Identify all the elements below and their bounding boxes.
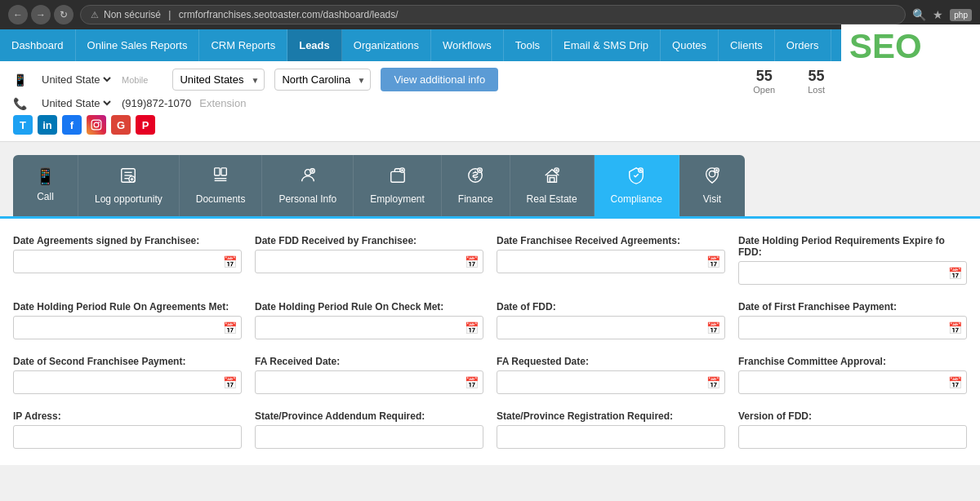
label-date-agreements-signed: Date Agreements signed by Franchisee: [13, 235, 242, 246]
documents-icon [212, 166, 229, 188]
star-icon[interactable]: ★ [933, 8, 943, 21]
refresh-button[interactable]: ↻ [54, 5, 74, 24]
nav-dashboard[interactable]: Dashboard [0, 29, 76, 61]
label-franchise-committee: Franchise Committee Approval: [738, 356, 967, 367]
tab-employment[interactable]: Employment [354, 155, 442, 216]
twitter-icon[interactable]: T [13, 115, 33, 135]
input-state-addendum[interactable] [255, 425, 483, 449]
nav-quotes[interactable]: Quotes [661, 29, 719, 61]
tab-compliance-label: Compliance [611, 193, 662, 205]
input-date-holding-expire[interactable] [738, 261, 967, 285]
input-date-fdd-received[interactable] [255, 250, 483, 273]
mobile-icon: 📱 [13, 73, 27, 86]
tab-visit-label: Visit [703, 193, 721, 205]
open-count: 55 [753, 68, 775, 85]
nav-tools[interactable]: Tools [504, 29, 552, 61]
input-franchise-committee[interactable] [738, 370, 967, 394]
lost-label: Lost [808, 85, 825, 95]
tab-compliance[interactable]: Compliance [595, 155, 679, 216]
nav-email-sms[interactable]: Email & SMS Drip [552, 29, 661, 61]
input-state-registration[interactable] [497, 425, 725, 449]
tab-finance-label: Finance [458, 193, 493, 205]
input-date-of-fdd[interactable] [497, 316, 725, 339]
back-button[interactable]: ← [8, 5, 28, 24]
calendar-icon-12: 📅 [948, 376, 962, 389]
input-date-second-payment[interactable] [13, 370, 242, 394]
field-ip-address: IP Adress: [13, 410, 242, 449]
tab-call[interactable]: 📱 Call [13, 155, 78, 216]
label-date-franchisee-received: Date Franchisee Received Agreements: [497, 235, 725, 246]
nav-leads[interactable]: Leads [287, 29, 342, 61]
tab-personal-info[interactable]: Personal Info [262, 155, 354, 216]
calendar-icon-3: 📅 [706, 255, 720, 268]
input-wrapper-first-payment: 📅 [738, 316, 967, 339]
input-date-first-payment[interactable] [738, 316, 967, 339]
browser-nav-buttons[interactable]: ← → ↻ [8, 5, 74, 24]
social-row: T in f G P [13, 115, 967, 135]
input-date-holding-check[interactable] [255, 316, 483, 339]
state-select-wrapper: North Carolina California Texas [274, 69, 371, 91]
pinterest-icon[interactable]: P [136, 115, 155, 135]
input-wrapper-second-payment: 📅 [13, 370, 242, 394]
nav-orders[interactable]: Orders [775, 29, 831, 61]
input-version-fdd[interactable] [738, 425, 967, 449]
address-bar[interactable]: ⚠ Non sécurisé | crmforfranchises.seotoa… [80, 5, 906, 24]
input-fa-requested-date[interactable] [497, 370, 725, 394]
tab-finance[interactable]: Finance [442, 155, 510, 216]
nav-organizations[interactable]: Organizations [342, 29, 431, 61]
nav-workflows[interactable]: Workflows [431, 29, 504, 61]
instagram-icon[interactable] [87, 115, 106, 135]
state-select[interactable]: North Carolina California Texas [274, 69, 371, 91]
input-ip-address[interactable] [13, 425, 242, 449]
input-wrapper-state-registration [497, 425, 725, 449]
field-date-agreements-signed: Date Agreements signed by Franchisee: 📅 [13, 235, 242, 285]
input-fa-received-date[interactable] [255, 370, 483, 394]
svg-rect-11 [221, 168, 226, 175]
input-wrapper-fa-requested: 📅 [497, 370, 725, 394]
tab-call-label: Call [37, 191, 54, 202]
top-info-bar: 55 Open 55 Lost 📱 United State Mobile Un… [0, 61, 980, 142]
phone-country-select[interactable]: United State [38, 96, 114, 110]
google-icon[interactable]: G [111, 115, 131, 135]
employment-icon [389, 166, 407, 188]
tab-employment-label: Employment [370, 193, 425, 205]
forward-button[interactable]: → [31, 5, 51, 24]
country-select[interactable]: United States Canada Mexico [172, 69, 265, 91]
field-date-fdd-received: Date FDD Received by Franchisee: 📅 [255, 235, 483, 285]
calendar-icon-8: 📅 [948, 321, 962, 335]
nav-online-sales[interactable]: Online Sales Reports [76, 29, 200, 61]
input-date-holding-agreements[interactable] [13, 316, 242, 339]
svg-point-34 [709, 171, 715, 177]
input-wrapper-franchise-committee: 📅 [738, 370, 967, 394]
tab-personal-info-label: Personal Info [278, 193, 336, 205]
input-wrapper-date-agreements: 📅 [13, 250, 242, 273]
tab-real-estate[interactable]: Real Estate [510, 155, 595, 216]
input-wrapper-state-addendum [255, 425, 483, 449]
view-additional-button[interactable]: View additional info [381, 68, 498, 91]
form-grid: Date Agreements signed by Franchisee: 📅 … [13, 235, 967, 449]
tab-documents[interactable]: Documents [180, 155, 263, 216]
search-icon[interactable]: 🔍 [912, 8, 926, 21]
input-wrapper-holding-agreements: 📅 [13, 316, 242, 339]
linkedin-icon[interactable]: in [38, 115, 57, 135]
input-date-agreements-signed[interactable] [13, 250, 242, 273]
nav-clients[interactable]: Clients [719, 29, 775, 61]
input-wrapper-date-fdd: 📅 [497, 316, 725, 339]
calendar-icon-7: 📅 [706, 321, 720, 335]
extension-placeholder: Extension [199, 97, 246, 109]
tab-log-label: Log opportunity [95, 193, 163, 205]
input-date-franchisee-received[interactable] [497, 250, 725, 273]
field-date-franchisee-received: Date Franchisee Received Agreements: 📅 [497, 235, 725, 285]
svg-rect-0 [91, 120, 101, 130]
real-estate-icon [543, 166, 561, 188]
label-date-second-payment: Date of Second Franchisee Payment: [13, 356, 242, 367]
stat-lost: 55 Lost [808, 68, 825, 95]
tab-visit[interactable]: Visit [679, 155, 745, 216]
label-state-registration: State/Province Registration Required: [497, 410, 725, 422]
compliance-icon [627, 166, 645, 188]
facebook-icon[interactable]: f [62, 115, 82, 135]
nav-crm-reports[interactable]: CRM Reports [199, 29, 287, 61]
tab-log-opportunity[interactable]: Log opportunity [78, 155, 180, 216]
label-fa-received-date: FA Received Date: [255, 356, 483, 367]
mobile-country-select[interactable]: United State [38, 73, 114, 86]
